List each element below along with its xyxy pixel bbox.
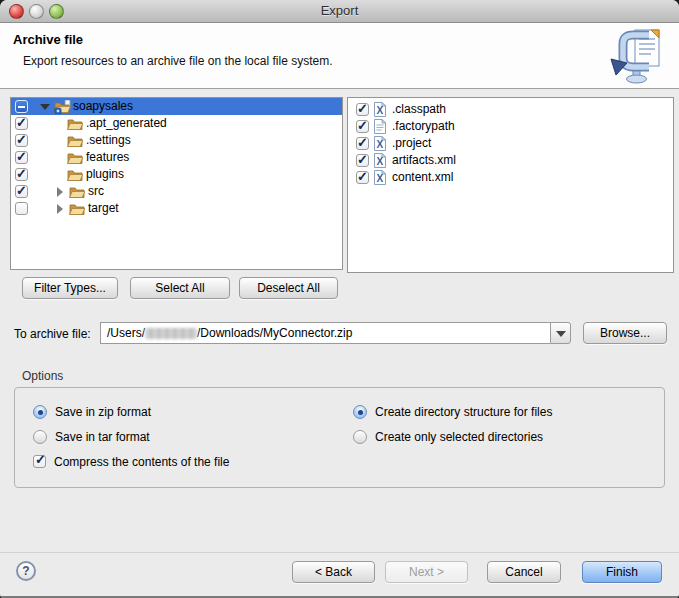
file-item-label: artifacts.xml <box>392 152 456 169</box>
checkbox-unchecked[interactable] <box>15 202 28 215</box>
window-title: Export <box>0 3 679 18</box>
filter-types-button[interactable]: Filter Types... <box>22 277 118 299</box>
save-tar-label: Save in tar format <box>55 430 150 444</box>
checkbox-checked[interactable] <box>15 168 28 181</box>
svg-text:X: X <box>377 156 384 167</box>
select-all-button[interactable]: Select All <box>130 277 230 299</box>
file-item-label: .project <box>392 135 431 152</box>
checkbox-checked[interactable] <box>33 455 46 468</box>
checkbox-checked[interactable] <box>356 137 369 150</box>
tree-row-apt-generated[interactable]: .apt_generated <box>11 115 342 132</box>
tree-item-label: features <box>86 149 129 166</box>
file-row-project[interactable]: X .project <box>348 135 673 152</box>
redacted-username <box>145 328 197 339</box>
checkbox-checked[interactable] <box>15 151 28 164</box>
svg-text:X: X <box>377 105 384 116</box>
chevron-right-icon[interactable] <box>57 187 63 197</box>
chevron-right-icon[interactable] <box>57 204 63 214</box>
checkbox-checked[interactable] <box>356 120 369 133</box>
file-row-classpath[interactable]: X .classpath <box>348 101 673 118</box>
cancel-button[interactable]: Cancel <box>487 561 561 583</box>
dir-structure-label: Create directory structure for files <box>375 405 552 419</box>
save-zip-label: Save in zip format <box>55 405 151 419</box>
tree-row-target[interactable]: target <box>11 200 342 217</box>
checkbox-checked[interactable] <box>356 103 369 116</box>
deselect-all-button[interactable]: Deselect All <box>239 277 338 299</box>
compress-label: Compress the contents of the file <box>54 455 229 469</box>
radio-selected-icon[interactable] <box>33 405 47 419</box>
finish-button[interactable]: Finish <box>582 561 662 583</box>
tree-item-label: .settings <box>86 132 131 149</box>
chevron-down-icon[interactable] <box>40 104 50 110</box>
file-list-panel[interactable]: X .classpath .factorypath <box>347 97 674 273</box>
checkbox-mixed[interactable] <box>15 100 28 113</box>
save-tar-option[interactable]: Save in tar format <box>33 429 150 444</box>
tree-item-label: src <box>88 183 104 200</box>
wizard-banner: Archive file Export resources to an arch… <box>0 23 679 89</box>
tree-item-label: .apt_generated <box>86 115 167 132</box>
export-archive-icon <box>609 27 669 89</box>
file-row-content[interactable]: X content.xml <box>348 169 673 186</box>
options-groupbox: Save in zip format Create directory stru… <box>14 387 665 488</box>
archive-file-label: To archive file: <box>14 327 91 341</box>
archive-path-combo[interactable]: /Users//Downloads/MyConnector.zip <box>100 322 571 344</box>
svg-text:X: X <box>377 173 384 184</box>
radio-unselected-icon[interactable] <box>33 430 47 444</box>
options-group-label: Options <box>22 369 63 383</box>
tree-item-label: soapysales <box>73 98 133 115</box>
dir-structure-option[interactable]: Create directory structure for files <box>353 404 552 419</box>
radio-unselected-icon[interactable] <box>353 430 367 444</box>
path-prefix: /Users/ <box>107 326 145 340</box>
page-title: Archive file <box>13 32 83 47</box>
combo-dropdown-button[interactable] <box>550 322 571 344</box>
file-row-factorypath[interactable]: .factorypath <box>348 118 673 135</box>
tree-row-src[interactable]: src <box>11 183 342 200</box>
file-item-label: content.xml <box>392 169 453 186</box>
path-suffix: /Downloads/MyConnector.zip <box>197 326 352 340</box>
help-button[interactable]: ? <box>16 561 36 581</box>
checkbox-checked[interactable] <box>15 117 28 130</box>
checkbox-checked[interactable] <box>15 134 28 147</box>
only-selected-option[interactable]: Create only selected directories <box>353 429 543 444</box>
tree-row-features[interactable]: features <box>11 149 342 166</box>
tree-row-settings[interactable]: .settings <box>11 132 342 149</box>
compress-option[interactable]: Compress the contents of the file <box>33 454 229 469</box>
only-selected-label: Create only selected directories <box>375 430 543 444</box>
tree-item-label: target <box>88 200 119 217</box>
next-button: Next > <box>385 561 468 583</box>
file-item-label: .classpath <box>392 101 446 118</box>
page-description: Export resources to an archive file on t… <box>23 54 332 68</box>
tree-row-soapysales[interactable]: soapysales <box>11 98 342 115</box>
folder-icon <box>69 202 85 221</box>
svg-text:X: X <box>377 139 384 150</box>
archive-path-input[interactable]: /Users//Downloads/MyConnector.zip <box>100 322 550 344</box>
checkbox-checked[interactable] <box>356 171 369 184</box>
resource-tree-panel[interactable]: soapysales .apt_generated .settings <box>10 97 343 270</box>
file-item-label: .factorypath <box>392 118 455 135</box>
radio-selected-icon[interactable] <box>353 405 367 419</box>
back-button[interactable]: < Back <box>292 561 375 583</box>
file-row-artifacts[interactable]: X artifacts.xml <box>348 152 673 169</box>
title-bar[interactable]: Export <box>0 0 679 23</box>
footer-divider <box>0 552 679 553</box>
browse-button[interactable]: Browse... <box>583 322 667 344</box>
export-dialog: Export Archive file Export resources to … <box>0 0 679 598</box>
checkbox-checked[interactable] <box>356 154 369 167</box>
tree-row-plugins[interactable]: plugins <box>11 166 342 183</box>
xml-file-icon: X <box>374 170 386 190</box>
checkbox-checked[interactable] <box>15 185 28 198</box>
save-zip-option[interactable]: Save in zip format <box>33 404 151 419</box>
tree-item-label: plugins <box>86 166 124 183</box>
